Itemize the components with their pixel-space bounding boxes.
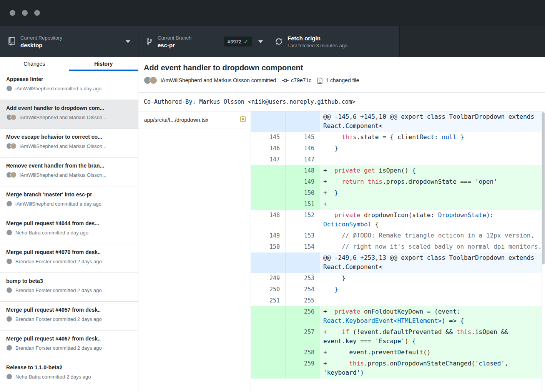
- line-number-old: [251, 327, 286, 347]
- line-number-new: 148: [286, 165, 320, 176]
- line-number-old: [251, 188, 286, 199]
- diff-code-line: + if (!event.defaultPrevented && this.is…: [320, 327, 545, 347]
- commit-list-item[interactable]: Move escape behavior to correct co...iAm…: [0, 129, 138, 158]
- commit-list-item[interactable]: Add event handler to dropdown com...iAmW…: [0, 100, 138, 129]
- commit-history-list: Appease linteriAmWillShepherd committed …: [0, 71, 138, 392]
- line-number-new: 253: [286, 273, 320, 284]
- commit-title: Add event handler to dropdown component: [144, 63, 539, 73]
- line-number-new: 150: [286, 188, 320, 199]
- commit-list-item[interactable]: Appease linteriAmWillShepherd committed …: [0, 71, 138, 100]
- commit-meta: iAmWillShepherd and Markus Olsson commit…: [144, 76, 539, 84]
- commit-item-title: Merge pull request #4067 from desk..: [6, 336, 132, 342]
- scrollbar-thumb[interactable]: [542, 112, 545, 264]
- commit-list-item[interactable]: Merge pull request #4057 from desk..Bren…: [0, 302, 138, 331]
- avatar: [6, 287, 12, 293]
- diff-code-line: + this.props.onDropdownStateChanged('clo…: [320, 358, 545, 379]
- line-number-new: 254: [286, 284, 320, 295]
- author-avatars: [6, 316, 12, 322]
- line-number-old: [251, 111, 286, 132]
- traffic-light-minimize[interactable]: [22, 10, 28, 16]
- line-number-old: [251, 199, 286, 210]
- commit-item-title: Merge pull request #4044 from des...: [6, 220, 132, 226]
- commit-list-item[interactable]: Release to 1.1.0-beta2Neha Batra committ…: [0, 359, 138, 388]
- line-number-old: 249: [251, 273, 286, 284]
- tab-changes[interactable]: Changes: [0, 57, 69, 71]
- commit-item-meta: Brendan Forster committed 2 days ago: [6, 345, 132, 351]
- diff-line: 149+ return this.props.dropdownState ===…: [251, 176, 545, 188]
- author-avatars: [6, 287, 12, 293]
- diff-line: 257+ if (!event.defaultPrevented && this…: [251, 327, 545, 347]
- line-number-old: 148: [251, 210, 286, 230]
- commit-list-item[interactable]: Merge pull request #4059 from d...: [0, 388, 138, 392]
- commit-list-item[interactable]: Merge pull request #4070 from desk..Bren…: [0, 244, 138, 273]
- line-number-new: 258: [286, 347, 320, 358]
- diff-line: 258+ event.preventDefault(): [251, 347, 545, 358]
- line-number-new: 153: [286, 230, 320, 241]
- git-branch-icon: [147, 37, 152, 46]
- line-number-old: 149: [251, 230, 286, 241]
- current-branch-label: Current Branch: [158, 35, 191, 41]
- traffic-light-zoom[interactable]: [34, 10, 40, 16]
- commit-list-item[interactable]: Merge branch 'master' into esc-priAmWill…: [0, 186, 138, 215]
- changed-file-item[interactable]: app/src/ui/t.../dropdown.tsx: [138, 111, 251, 128]
- avatar: [6, 201, 12, 207]
- line-number-new: [286, 111, 320, 132]
- commit-list-item[interactable]: Merge pull request #4044 from des...Neha…: [0, 215, 138, 244]
- fetch-origin-button[interactable]: Fetch origin Last fetched 3 minutes ago: [270, 26, 400, 57]
- tab-history[interactable]: History: [69, 57, 138, 71]
- app-toolbar: Current Repository desktop Current Branc…: [0, 26, 545, 57]
- github-desktop-window: Current Repository desktop Current Branc…: [0, 0, 545, 392]
- author-avatars: [6, 201, 12, 207]
- sidebar-tabs: Changes History: [0, 57, 138, 71]
- current-repository-value: desktop: [20, 42, 62, 48]
- avatar: [6, 85, 12, 91]
- git-commit-icon: [282, 77, 289, 84]
- diff-code-line: }: [320, 143, 545, 154]
- commit-item-meta-text: iAmWillShepherd committed a day ago: [15, 201, 101, 207]
- commit-item-meta: iAmWillShepherd committed a day ago: [6, 201, 132, 207]
- titlebar: [0, 0, 545, 26]
- current-branch-button[interactable]: Current Branch esc-pr #3972 ✓: [138, 26, 270, 57]
- current-branch-value: esc-pr: [158, 42, 191, 48]
- commit-item-title: Merge branch 'master' into esc-pr: [6, 191, 132, 198]
- diff-code-line: private dropdownIcon(state: DropdownStat…: [320, 210, 545, 230]
- diff-line: 259+ this.props.onDropdownStateChanged('…: [251, 358, 545, 379]
- diff-line: 148+ private get isOpen() {: [251, 165, 545, 176]
- commit-description: Co-Authored-By: Markus Olsson <niik@user…: [138, 92, 545, 111]
- commit-item-meta: iAmWillShepherd committed a day ago: [6, 85, 132, 91]
- commit-item-title: Move escape behavior to correct co...: [6, 134, 132, 140]
- line-number-old: 146: [251, 143, 286, 154]
- diff-code-line: [320, 295, 545, 306]
- line-number-old: 251: [251, 295, 286, 306]
- commit-item-meta-text: iAmWillShepherd and Markus Olsson...: [20, 172, 106, 178]
- commit-item-title: Remove event handler from the bran...: [6, 163, 132, 169]
- avatar: [6, 374, 12, 380]
- commit-list-item[interactable]: Remove event handler from the bran...iAm…: [0, 158, 138, 186]
- diff-line: 151+: [251, 199, 545, 210]
- chevron-down-icon: [258, 40, 263, 43]
- diff-line: 251255: [251, 295, 545, 306]
- line-number-new: 149: [286, 176, 320, 188]
- current-repository-button[interactable]: Current Repository desktop: [0, 26, 138, 57]
- commit-item-meta-text: iAmWillShepherd and Markus Olsson...: [20, 143, 106, 149]
- diff-code-line: // right now it's scaled badly on normal…: [320, 241, 545, 252]
- commit-list-item[interactable]: Merge pull request #4067 from desk..Bren…: [0, 331, 138, 359]
- commit-sha: c79e71c: [291, 77, 311, 83]
- commit-list-item[interactable]: bump to beta3Brendan Forster committed 2…: [0, 273, 138, 302]
- avatar: [10, 143, 17, 149]
- commit-item-meta-text: iAmWillShepherd and Markus Olsson...: [20, 115, 106, 120]
- diff-line: 148152 private dropdownIcon(state: Dropd…: [251, 210, 545, 230]
- app-body: Changes History Appease linteriAmWillShe…: [0, 57, 545, 392]
- pull-request-number: #3972: [228, 39, 241, 45]
- traffic-light-close[interactable]: [10, 10, 15, 16]
- avatar: [6, 229, 12, 236]
- line-number-old: [251, 306, 286, 327]
- diff-code-line: }: [320, 273, 545, 284]
- line-number-new: 146: [286, 143, 320, 154]
- author-avatars: [6, 258, 12, 264]
- author-avatars: [6, 172, 17, 178]
- last-fetched-text: Last fetched 3 minutes ago: [287, 43, 347, 48]
- author-avatars: [6, 85, 12, 91]
- commit-item-meta: iAmWillShepherd and Markus Olsson...: [6, 143, 132, 149]
- diff-scrollbar[interactable]: [542, 111, 545, 392]
